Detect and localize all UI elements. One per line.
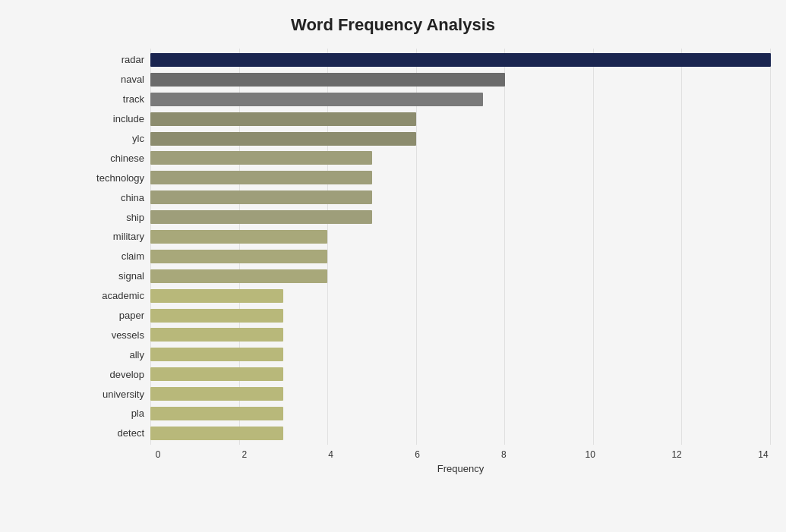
bar bbox=[150, 367, 283, 381]
chart-container: Word Frequency Analysis radarnavaltracki… bbox=[0, 0, 786, 532]
bar-row bbox=[150, 111, 771, 127]
x-tick-label: 12 bbox=[669, 449, 684, 460]
bar bbox=[150, 93, 483, 106]
y-label: ylc bbox=[76, 134, 144, 143]
bars-section: radarnavaltrackincludeylcchinesetechnolo… bbox=[76, 49, 771, 445]
bar bbox=[150, 132, 416, 146]
y-label: paper bbox=[76, 310, 144, 320]
y-label: include bbox=[76, 114, 144, 124]
x-tick-label: 10 bbox=[582, 449, 598, 460]
y-label: naval bbox=[76, 74, 144, 84]
y-label: academic bbox=[76, 291, 144, 301]
y-label: china bbox=[76, 193, 144, 203]
chart-area: radarnavaltrackincludeylcchinesetechnolo… bbox=[76, 49, 771, 474]
plot-area bbox=[150, 49, 771, 445]
x-axis-title: Frequency bbox=[150, 463, 771, 474]
y-label: university bbox=[76, 389, 144, 399]
bar bbox=[150, 289, 283, 303]
y-label: radar bbox=[76, 55, 144, 65]
bar bbox=[150, 328, 283, 342]
x-tick-label: 14 bbox=[756, 449, 771, 460]
x-tick-label: 2 bbox=[237, 449, 252, 460]
bar bbox=[150, 427, 283, 440]
bar-row bbox=[150, 288, 771, 304]
y-label: pla bbox=[76, 408, 144, 418]
bar bbox=[150, 230, 327, 244]
bar bbox=[150, 407, 283, 420]
x-tick-label: 0 bbox=[150, 449, 166, 460]
y-label: chinese bbox=[76, 153, 144, 163]
bar bbox=[150, 53, 771, 67]
bar-row bbox=[150, 405, 771, 422]
bar bbox=[150, 73, 505, 87]
bar bbox=[150, 387, 283, 401]
bar-row bbox=[150, 326, 771, 343]
bar bbox=[150, 250, 327, 263]
bar-row bbox=[150, 346, 771, 363]
bar bbox=[150, 151, 372, 165]
bar bbox=[150, 269, 327, 283]
y-label: detect bbox=[76, 428, 144, 438]
y-label: track bbox=[76, 94, 144, 104]
x-tick-label: 4 bbox=[324, 449, 339, 460]
bar-row bbox=[150, 189, 771, 206]
bar bbox=[150, 190, 372, 204]
y-label: develop bbox=[76, 370, 144, 379]
y-label: ship bbox=[76, 212, 144, 222]
bar-row bbox=[150, 307, 771, 324]
y-label: vessels bbox=[76, 330, 144, 340]
x-tick-labels: 02468101214 bbox=[150, 449, 771, 460]
bar bbox=[150, 309, 283, 323]
x-axis-section: 02468101214 Frequency bbox=[150, 449, 771, 474]
bars-wrapper bbox=[150, 49, 771, 445]
y-label: technology bbox=[76, 173, 144, 183]
bar-row bbox=[150, 150, 771, 166]
bar-row bbox=[150, 386, 771, 402]
y-label: signal bbox=[76, 271, 144, 281]
bar-row bbox=[150, 131, 771, 147]
bar-row bbox=[150, 366, 771, 382]
bar-row bbox=[150, 209, 771, 225]
y-label: claim bbox=[76, 251, 144, 261]
chart-title: Word Frequency Analysis bbox=[15, 15, 771, 35]
x-tick-label: 6 bbox=[410, 449, 425, 460]
bar-row bbox=[150, 228, 771, 245]
bar-row bbox=[150, 268, 771, 285]
y-labels: radarnavaltrackincludeylcchinesetechnolo… bbox=[76, 49, 144, 445]
x-tick-label: 8 bbox=[496, 449, 511, 460]
bar-row bbox=[150, 169, 771, 186]
y-label: ally bbox=[76, 350, 144, 360]
bar bbox=[150, 112, 416, 126]
y-label: military bbox=[76, 231, 144, 241]
bar bbox=[150, 348, 283, 361]
bar-row bbox=[150, 52, 771, 68]
bar-row bbox=[150, 425, 771, 442]
bar-row bbox=[150, 248, 771, 265]
bar-row bbox=[150, 91, 771, 108]
bar bbox=[150, 210, 372, 224]
bar bbox=[150, 171, 372, 184]
bar-row bbox=[150, 71, 771, 88]
